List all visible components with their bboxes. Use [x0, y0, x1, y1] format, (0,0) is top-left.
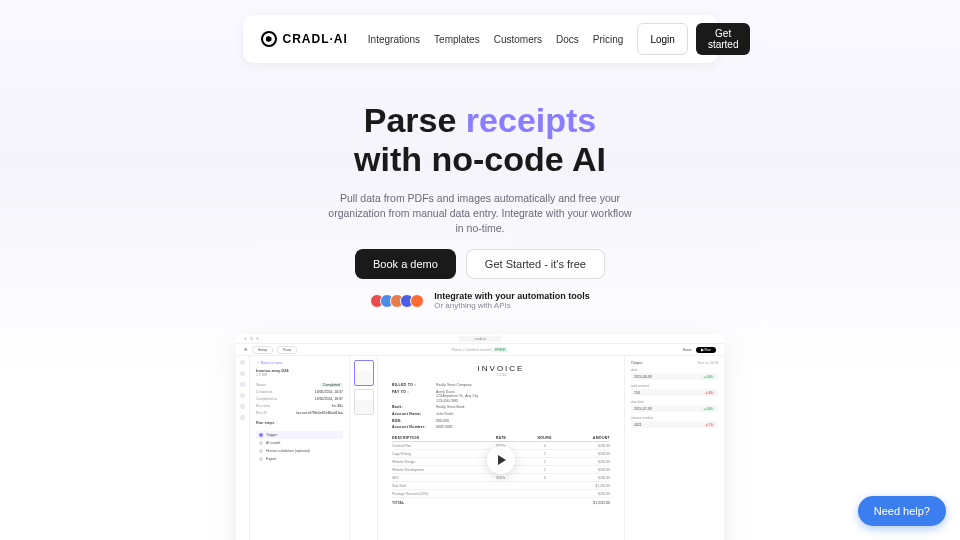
hero: Parse receipts with no-code AI Pull data… — [0, 101, 960, 310]
app-toolbar: ⚙ Setup Runs Flows / Untitled model FREE… — [236, 344, 724, 356]
document-preview: INVOICE #1234 BILLED TO :Really Great Co… — [378, 356, 624, 540]
top-nav: CRADL·AI Integrations Templates Customer… — [243, 15, 718, 63]
getstarted-button[interactable]: Get started — [696, 23, 751, 55]
side-icon[interactable] — [240, 393, 245, 398]
nav-templates[interactable]: Templates — [434, 34, 480, 45]
integrate-row: Integrate with your automation tools Or … — [0, 291, 960, 310]
run-button[interactable]: ▶ Run — [696, 347, 716, 353]
app-screenshot: cradl.ai ⚙ Setup Runs Flows / Untitled m… — [236, 334, 724, 540]
plan-badge: FREE — [492, 347, 509, 352]
doc-title: INVOICE — [392, 364, 610, 373]
gear-icon: ⚙ — [244, 347, 248, 352]
get-started-free-button[interactable]: Get Started - it's free — [466, 249, 605, 279]
browser-titlebar: cradl.ai — [236, 334, 724, 344]
output-title: Output — [631, 361, 642, 365]
side-icon[interactable] — [240, 415, 245, 420]
run-step[interactable]: AI model — [256, 439, 343, 447]
window-dot — [244, 337, 247, 340]
save-button[interactable]: Save — [682, 347, 691, 352]
page-thumbs — [350, 356, 378, 540]
integrate-sub: Or anything with APIs — [434, 301, 590, 310]
hero-heading: Parse receipts with no-code AI — [0, 101, 960, 179]
integration-icon — [410, 294, 424, 308]
shot-sidebar — [236, 356, 250, 540]
nav-docs[interactable]: Docs — [556, 34, 579, 45]
view-json-toggle[interactable]: View as JSON — [698, 361, 719, 365]
login-button[interactable]: Login — [637, 23, 687, 55]
page-thumb[interactable] — [354, 389, 374, 415]
setup-tab[interactable]: Setup — [252, 346, 273, 354]
hero-sub: Pull data from PDFs and images automatic… — [325, 191, 635, 235]
nav-integrations[interactable]: Integrations — [368, 34, 420, 45]
run-step[interactable]: Human validation (optional) — [256, 447, 343, 455]
output-panel: OutputView as JSON date2024-06-09● 99%to… — [624, 356, 724, 540]
doc-number: #1234 — [392, 373, 610, 377]
side-icon[interactable] — [240, 404, 245, 409]
page-thumb[interactable] — [354, 360, 374, 386]
run-step[interactable]: Trigger — [256, 431, 343, 439]
integration-icons — [370, 294, 424, 308]
nav-pricing[interactable]: Pricing — [593, 34, 624, 45]
book-demo-button[interactable]: Book a demo — [355, 249, 456, 279]
play-icon[interactable] — [487, 446, 515, 474]
nav-links: Integrations Templates Customers Docs Pr… — [368, 34, 624, 45]
file-size: 2.3 MB — [256, 373, 343, 377]
brand-text: CRADL·AI — [283, 32, 348, 46]
side-icon[interactable] — [240, 360, 245, 365]
run-step[interactable]: Export — [256, 455, 343, 463]
nav-customers[interactable]: Customers — [494, 34, 542, 45]
steps-title: Run steps — [256, 421, 343, 425]
url-bar: cradl.ai — [458, 336, 501, 342]
back-link[interactable]: ← Back to runs — [256, 361, 343, 365]
window-dot — [256, 337, 259, 340]
run-details-panel: ← Back to runs Invoice-may-024 2.3 MB St… — [250, 356, 350, 540]
window-dot — [250, 337, 253, 340]
logo[interactable]: CRADL·AI — [261, 31, 348, 47]
integrate-title: Integrate with your automation tools — [434, 291, 590, 301]
logo-icon — [261, 31, 277, 47]
need-help-button[interactable]: Need help? — [858, 496, 946, 526]
flow-title: Flows / Untitled model — [451, 347, 490, 352]
runs-tab[interactable]: Runs — [277, 346, 297, 354]
side-icon[interactable] — [240, 371, 245, 376]
side-icon[interactable] — [240, 382, 245, 387]
